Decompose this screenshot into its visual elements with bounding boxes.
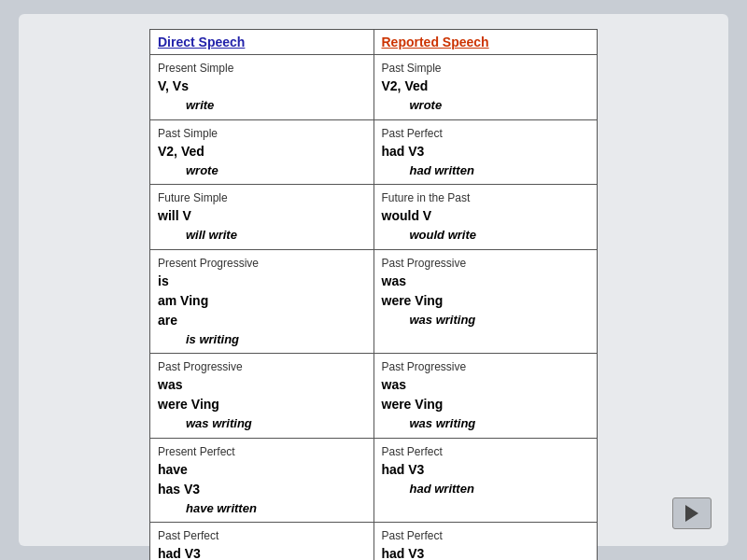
table-row: Present Progressiveisam Vingareis writin… bbox=[150, 249, 598, 354]
cell-title-reported-0: Past Simple bbox=[382, 60, 590, 77]
cell-reported-1: Past Perfecthad V3had written bbox=[374, 119, 598, 185]
cell-forms-direct-3: isam Vingare bbox=[158, 272, 366, 330]
next-icon bbox=[685, 505, 698, 522]
cell-title-reported-1: Past Perfect bbox=[382, 125, 590, 142]
cell-forms-reported-6: had V3 bbox=[382, 544, 590, 560]
cell-example-direct-4: was writing bbox=[158, 414, 366, 433]
cell-title-direct-3: Present Progressive bbox=[158, 255, 366, 272]
cell-title-direct-6: Past Perfect bbox=[158, 527, 366, 544]
cell-example-direct-2: will write bbox=[158, 226, 366, 245]
cell-reported-3: Past Progressivewaswere Vingwas writing bbox=[374, 249, 598, 354]
cell-forms-direct-6: had V3 bbox=[158, 544, 366, 560]
cell-reported-4: Past Progressivewaswere Vingwas writing bbox=[374, 354, 598, 439]
next-button[interactable] bbox=[672, 497, 712, 529]
cell-reported-6: Past Perfecthad V3had written bbox=[374, 523, 598, 561]
cell-example-reported-5: had written bbox=[382, 480, 590, 498]
cell-title-direct-5: Present Perfect bbox=[158, 443, 366, 460]
table-row: Past Perfecthad V3had writtenPast Perfec… bbox=[150, 523, 598, 561]
header-direct: Direct Speech bbox=[150, 30, 374, 55]
cell-direct-5: Present Perfecthavehas V3have written bbox=[150, 438, 374, 523]
cell-reported-0: Past SimpleV2, Vedwrote bbox=[374, 55, 598, 120]
cell-title-reported-6: Past Perfect bbox=[382, 527, 590, 544]
cell-reported-5: Past Perfecthad V3had written bbox=[374, 438, 598, 523]
cell-direct-3: Present Progressiveisam Vingareis writin… bbox=[150, 249, 374, 354]
cell-forms-reported-0: V2, Ved bbox=[382, 77, 590, 96]
cell-title-reported-2: Future in the Past bbox=[382, 189, 590, 206]
cell-direct-2: Future Simplewill Vwill write bbox=[150, 185, 374, 250]
cell-forms-reported-1: had V3 bbox=[382, 142, 590, 161]
cell-title-reported-3: Past Progressive bbox=[382, 255, 590, 272]
cell-forms-reported-5: had V3 bbox=[382, 460, 590, 480]
cell-example-direct-5: have written bbox=[158, 499, 366, 518]
cell-forms-reported-3: waswere Ving bbox=[382, 272, 590, 311]
cell-forms-reported-4: waswere Ving bbox=[382, 375, 590, 414]
cell-forms-direct-0: V, Vs bbox=[158, 77, 366, 96]
cell-title-direct-4: Past Progressive bbox=[158, 358, 366, 375]
cell-forms-direct-1: V2, Ved bbox=[158, 142, 366, 161]
cell-example-reported-4: was writing bbox=[382, 414, 590, 433]
cell-example-direct-1: wrote bbox=[158, 161, 366, 180]
cell-direct-6: Past Perfecthad V3had written bbox=[150, 523, 374, 561]
cell-forms-direct-2: will V bbox=[158, 206, 366, 226]
cell-forms-direct-5: havehas V3 bbox=[158, 460, 366, 499]
grammar-table: Direct Speech Reported Speech Present Si… bbox=[149, 29, 598, 560]
cell-title-reported-4: Past Progressive bbox=[382, 358, 590, 375]
table-row: Future Simplewill Vwill writeFuture in t… bbox=[150, 185, 598, 250]
cell-reported-2: Future in the Pastwould Vwould write bbox=[374, 185, 598, 250]
cell-direct-1: Past SimpleV2, Vedwrote bbox=[150, 119, 374, 185]
slide-container: Direct Speech Reported Speech Present Si… bbox=[19, 14, 728, 546]
cell-title-direct-2: Future Simple bbox=[158, 189, 366, 206]
cell-forms-direct-4: waswere Ving bbox=[158, 375, 366, 414]
cell-example-direct-3: is writing bbox=[158, 330, 366, 349]
cell-title-reported-5: Past Perfect bbox=[382, 443, 590, 460]
table-row: Past SimpleV2, VedwrotePast Perfecthad V… bbox=[150, 119, 598, 185]
table-row: Present Perfecthavehas V3have writtenPas… bbox=[150, 438, 598, 523]
cell-example-reported-1: had written bbox=[382, 161, 590, 180]
table-row: Present SimpleV, VswritePast SimpleV2, V… bbox=[150, 55, 598, 120]
cell-title-direct-0: Present Simple bbox=[158, 60, 366, 77]
table-row: Past Progressivewaswere Vingwas writingP… bbox=[150, 354, 598, 439]
cell-example-reported-0: wrote bbox=[382, 96, 590, 115]
cell-title-direct-1: Past Simple bbox=[158, 125, 366, 142]
cell-example-reported-2: would write bbox=[382, 226, 590, 245]
cell-direct-0: Present SimpleV, Vswrite bbox=[150, 55, 374, 120]
cell-forms-reported-2: would V bbox=[382, 206, 590, 226]
cell-example-reported-3: was writing bbox=[382, 311, 590, 329]
cell-example-direct-0: write bbox=[158, 96, 366, 115]
cell-direct-4: Past Progressivewaswere Vingwas writing bbox=[150, 354, 374, 439]
header-reported: Reported Speech bbox=[374, 30, 598, 55]
